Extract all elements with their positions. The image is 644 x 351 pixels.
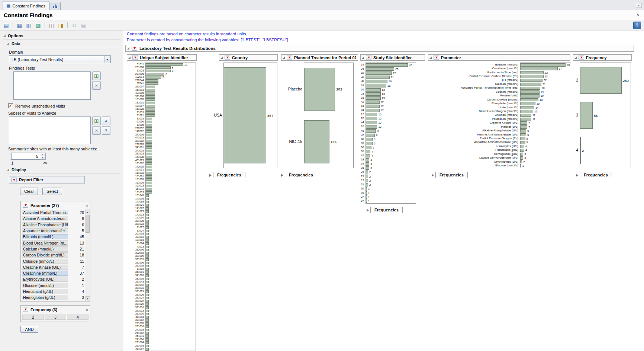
remove-visits-button[interactable]: × (92, 126, 101, 135)
collapse-panel-icon[interactable] (128, 57, 131, 59)
histogram-bar[interactable] (146, 201, 149, 203)
histogram-bar[interactable] (146, 297, 149, 299)
histogram-bar[interactable] (146, 95, 155, 98)
histogram-bar[interactable] (520, 75, 544, 78)
histogram-bar[interactable] (366, 183, 368, 186)
filter-value-chip[interactable]: Bilirubin (mmol/L) (22, 234, 68, 239)
tab-chart[interactable] (49, 2, 61, 10)
histogram-bar[interactable] (146, 102, 155, 104)
histogram-bar[interactable] (520, 83, 541, 86)
histogram-bar[interactable] (146, 322, 149, 325)
histogram-bar[interactable] (520, 63, 566, 67)
red-triangle-menu-icon[interactable] (225, 55, 230, 60)
histogram-bar[interactable] (146, 111, 155, 114)
stepper-up-icon[interactable]: ▲ (40, 153, 45, 156)
histogram-bar[interactable] (520, 110, 533, 113)
histogram-bar[interactable] (146, 89, 155, 92)
histogram-bar[interactable] (366, 166, 369, 170)
histogram-bar[interactable] (146, 255, 149, 258)
histogram-bar[interactable] (366, 109, 380, 112)
close-filter-icon[interactable]: × (86, 203, 88, 208)
histogram-bar[interactable] (146, 182, 152, 184)
scrollbar-thumb[interactable] (86, 215, 90, 233)
filter-value-chip[interactable]: Hemoglobin (g/dL) (22, 295, 68, 300)
histogram-bar[interactable] (146, 86, 155, 88)
histogram-bar[interactable] (146, 143, 152, 146)
histogram-bar[interactable] (520, 118, 531, 121)
red-triangle-menu-icon[interactable] (11, 178, 17, 182)
histogram-bar[interactable] (366, 146, 371, 149)
collapse-panel-icon[interactable] (429, 57, 432, 59)
histogram-bar[interactable] (224, 67, 266, 163)
histogram-bar[interactable] (146, 274, 149, 277)
histogram-bar[interactable] (146, 66, 171, 69)
histogram-bar[interactable] (146, 159, 152, 162)
make-data-table-icon[interactable]: ▤ (2, 22, 10, 29)
histogram-bar[interactable] (366, 162, 369, 166)
histogram-bar[interactable] (520, 133, 526, 137)
histogram-bar[interactable] (146, 175, 152, 178)
histogram-bar[interactable] (146, 191, 152, 194)
histogram-bar[interactable] (146, 204, 149, 207)
and-button[interactable]: AND (20, 326, 38, 333)
histogram-bar[interactable] (146, 338, 149, 341)
filter-value-chip[interactable]: Calcium (mmol/L) (22, 246, 68, 252)
histogram-bar[interactable] (146, 316, 149, 319)
histogram-bar[interactable] (366, 154, 370, 157)
histogram-bar[interactable] (146, 230, 149, 232)
histogram-bar[interactable] (520, 153, 523, 156)
histogram-bar[interactable] (146, 233, 149, 235)
filter-value-chip[interactable]: Blood Urea Nitrogen (m... (22, 240, 68, 246)
filter-scrollbar[interactable]: ▲▼ (85, 210, 90, 301)
frequencies-disclosure[interactable]: Frequencies (576, 172, 612, 178)
histogram-bar[interactable] (366, 179, 368, 182)
red-triangle-menu-icon[interactable] (132, 55, 138, 60)
frequencies-label[interactable]: Frequencies (435, 172, 468, 178)
plot-area[interactable]: 202165 (304, 63, 354, 168)
frequencies-label[interactable]: Frequencies (580, 172, 612, 178)
stepper-down-icon[interactable]: ▼ (40, 156, 45, 159)
frequency-filter-chip[interactable]: 4 (67, 315, 88, 320)
histogram-bar[interactable] (520, 125, 527, 129)
histogram-bar[interactable] (146, 70, 171, 72)
histogram-bar[interactable] (146, 124, 152, 127)
histogram-bar[interactable] (146, 252, 149, 255)
refresh-icon[interactable]: ↻ (70, 22, 78, 29)
collapse-options-icon[interactable] (3, 35, 6, 37)
histogram-bar[interactable] (366, 80, 387, 83)
histogram-bar[interactable] (520, 71, 544, 74)
histogram-bar[interactable] (146, 306, 149, 309)
histogram-bar[interactable] (146, 300, 149, 303)
filter-value-chip[interactable]: Activated Partial Thromb... (22, 210, 68, 215)
plot-area[interactable]: 128865 (145, 63, 196, 351)
remove-unscheduled-checkbox[interactable]: ✓ (8, 103, 13, 108)
add-visits-button[interactable]: ⊞ (92, 117, 101, 125)
data-table-icon[interactable]: ▩ (34, 22, 42, 29)
histogram-bar[interactable] (366, 92, 381, 96)
histogram-bar[interactable] (146, 118, 152, 120)
histogram-bar[interactable] (366, 138, 373, 141)
close-report-icon[interactable]: × (636, 12, 639, 17)
histogram-bar[interactable] (520, 121, 527, 125)
histogram-bar[interactable] (146, 341, 149, 344)
histogram-bar[interactable] (146, 262, 149, 264)
histogram-bar[interactable] (366, 105, 380, 108)
filter-value-chip[interactable]: Erythrocytes (U/L) (22, 277, 68, 282)
histogram-bar[interactable] (366, 117, 377, 120)
histogram-bar[interactable] (366, 195, 367, 199)
histogram-bar[interactable] (146, 345, 149, 347)
remove-tests-button[interactable]: × (92, 81, 101, 90)
histogram-bar[interactable] (366, 71, 392, 75)
red-triangle-menu-icon[interactable] (366, 55, 371, 60)
red-triangle-menu-icon[interactable] (579, 55, 584, 60)
histogram-bar[interactable] (580, 137, 581, 164)
histogram-bar[interactable] (146, 246, 149, 248)
histogram-bar[interactable] (520, 67, 558, 70)
histogram-bar[interactable] (520, 98, 538, 102)
histogram-bar[interactable] (146, 127, 152, 130)
collapse-panel-icon[interactable] (220, 57, 223, 59)
histogram-bar[interactable] (146, 172, 152, 175)
histogram-bar[interactable] (146, 268, 149, 271)
tab-overflow-icon[interactable]: ▼ (636, 3, 642, 8)
histogram-bar[interactable] (146, 303, 149, 306)
